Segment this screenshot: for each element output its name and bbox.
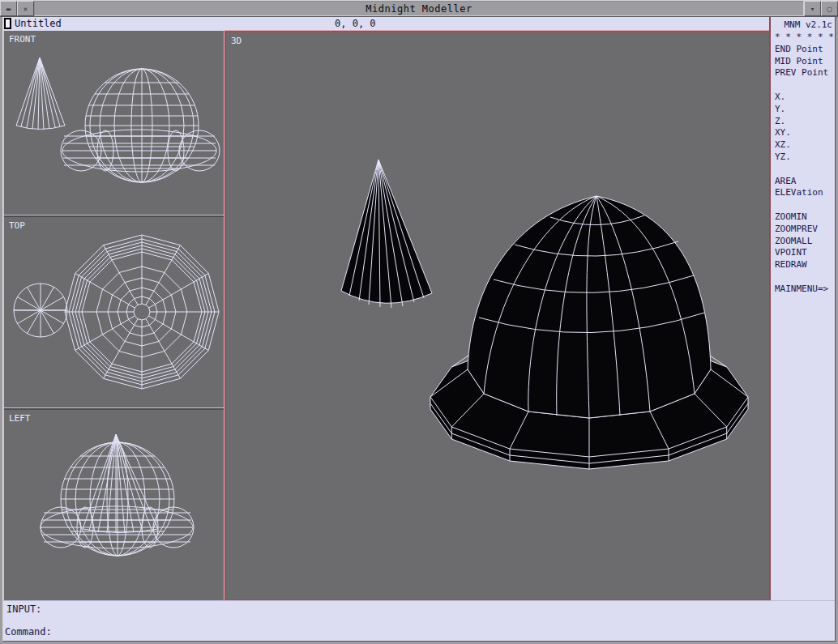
app-version: MNM v2.1c	[771, 17, 835, 32]
menu-item[interactable]: REDRAW	[775, 259, 835, 271]
side-menu: MNM v2.1c * * * * * *END PointMID PointP…	[769, 17, 835, 600]
menu-item[interactable]: Z.	[775, 116, 835, 128]
3d-render	[226, 32, 772, 599]
document-name: Untitled	[15, 17, 62, 30]
viewport-top[interactable]: TOP	[4, 215, 224, 408]
status-strip: Untitled 0, 0, 0	[3, 17, 771, 31]
viewport-3d-label: 3D	[231, 36, 242, 46]
menu-item[interactable]: VPOINT	[775, 247, 835, 259]
menu-item[interactable]: END Point	[775, 44, 835, 56]
menu-spacer	[775, 271, 835, 284]
maximize-button[interactable]: ▢	[821, 1, 838, 16]
menu-item[interactable]: MID Point	[775, 56, 835, 68]
menu-item[interactable]: YZ.	[775, 151, 835, 164]
window-menu-icon: ▬	[6, 5, 11, 13]
command-console[interactable]: INPUT: Command:	[3, 600, 835, 641]
viewport-front-label: FRONT	[9, 34, 36, 45]
side-menu-list: * * * * * *END PointMID PointPREV PointX…	[771, 32, 835, 296]
menu-item[interactable]: AREA	[775, 176, 835, 188]
minimize-button[interactable]: ▾	[804, 1, 821, 16]
close-icon: ✕	[24, 5, 28, 13]
titlebar: ▬ ✕ Midnight Modeller ▾ ▢	[0, 0, 838, 17]
menu-item[interactable]: ZOOMALL	[775, 236, 835, 248]
viewport-front[interactable]: FRONT	[4, 31, 224, 215]
menu-item[interactable]: Y.	[775, 104, 835, 116]
menu-item[interactable]: ELEVation	[775, 187, 835, 199]
top-viewport-wireframe	[4, 217, 224, 408]
command-prompt: Command:	[5, 626, 52, 638]
maximize-icon: ▢	[827, 5, 832, 13]
menu-item[interactable]: PREV Point	[775, 67, 835, 79]
window-menu-button[interactable]: ▬	[0, 1, 17, 16]
menu-item[interactable]: MAINMENU=>	[775, 284, 835, 296]
input-label: INPUT:	[6, 603, 41, 615]
viewport-left[interactable]: LEFT	[4, 408, 224, 598]
menu-item[interactable]: XY.	[775, 127, 835, 139]
menu-item[interactable]: X.	[775, 92, 835, 104]
menu-spacer	[775, 199, 835, 211]
close-button[interactable]: ✕	[17, 1, 34, 16]
menu-item[interactable]: ZOOMIN	[775, 211, 835, 224]
viewport-left-label: LEFT	[9, 413, 31, 424]
menu-item[interactable]: XZ.	[775, 139, 835, 151]
menu-spacer	[775, 164, 835, 176]
left-viewport-wireframe	[4, 410, 224, 598]
cursor-coordinates: 0, 0, 0	[335, 17, 376, 30]
minimize-icon: ▾	[810, 5, 814, 13]
document-icon	[4, 18, 11, 29]
application-window: Untitled 0, 0, 0 FRONT	[2, 17, 836, 642]
menu-item[interactable]: * * * * * *	[775, 32, 835, 44]
viewport-top-label: TOP	[9, 220, 25, 231]
viewport-3d[interactable]: 3D	[224, 31, 773, 601]
menu-spacer	[775, 79, 835, 92]
viewport-column: FRONT	[3, 31, 224, 601]
window-title: Midnight Modeller	[34, 1, 804, 16]
front-viewport-wireframe	[4, 31, 224, 215]
menu-item[interactable]: ZOOMPREV	[775, 224, 835, 236]
